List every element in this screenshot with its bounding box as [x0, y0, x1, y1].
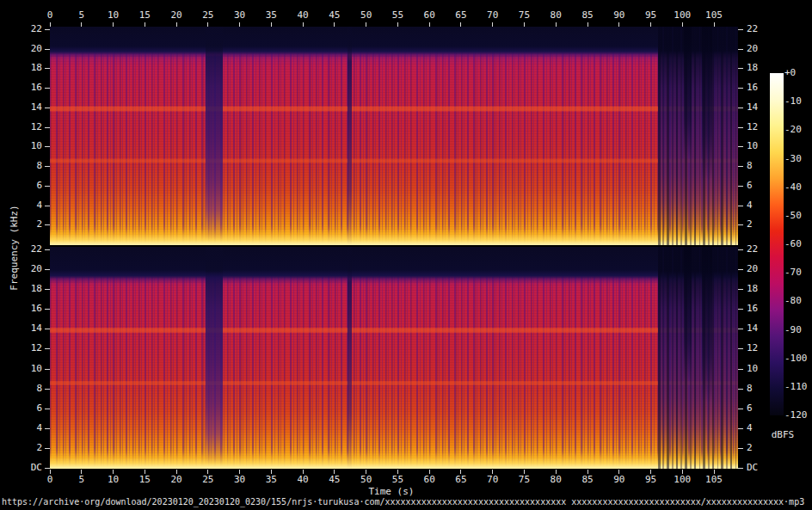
time-tick-label: 55 — [382, 10, 413, 21]
freq-tick — [738, 448, 743, 449]
feature-quiet-line — [348, 27, 352, 245]
freq-tick-label: 14 — [747, 102, 776, 113]
freq-tick — [45, 88, 50, 89]
feature-outro-section — [658, 247, 738, 469]
freq-tick-label: 4 — [747, 200, 776, 211]
freq-tick-label: 10 — [747, 364, 776, 374]
freq-tick-label: 20 — [17, 44, 42, 54]
time-tick-label: 70 — [477, 10, 508, 21]
freq-tick — [45, 428, 50, 429]
time-tick-label: 90 — [604, 10, 635, 21]
freq-tick-label: 10 — [747, 141, 776, 151]
time-tick-label: 40 — [287, 10, 318, 21]
time-tick-label: 15 — [129, 10, 160, 21]
time-tick-label: 5 — [66, 10, 97, 21]
freq-tick — [738, 146, 743, 147]
freq-tick-label: 2 — [747, 219, 776, 230]
freq-tick-label: 10 — [17, 141, 42, 151]
freq-tick-label: DC — [17, 463, 42, 473]
freq-tick — [738, 49, 743, 50]
freq-tick-label: 18 — [17, 284, 42, 294]
freq-tick-label: 16 — [17, 304, 42, 314]
time-tick-label: 105 — [698, 10, 729, 21]
time-tick-label: 50 — [351, 10, 382, 21]
freq-tick-label: 8 — [747, 161, 776, 171]
colorbar-tick-label: +0 — [784, 68, 812, 78]
freq-tick — [738, 409, 743, 409]
freq-tick-label: 18 — [747, 284, 776, 294]
colorbar-tick-label: -50 — [784, 211, 812, 221]
freq-tick-label: 16 — [747, 83, 776, 93]
freq-tick — [45, 329, 50, 329]
time-tick-label: 50 — [351, 475, 382, 485]
freq-tick-label: 4 — [747, 423, 776, 433]
freq-tick — [738, 369, 743, 370]
time-tick-label: 70 — [477, 475, 508, 485]
freq-tick — [45, 224, 50, 225]
freq-tick-label: 10 — [17, 364, 42, 374]
freq-tick — [45, 68, 50, 69]
freq-tick-label: 2 — [17, 219, 42, 230]
freq-tick — [45, 206, 50, 206]
freq-tick-label: 22 — [17, 244, 42, 255]
time-tick-label: 0 — [34, 475, 65, 485]
colorbar-tick-label: -80 — [784, 296, 812, 306]
time-axis-title: Time (s) — [340, 486, 443, 497]
colorbar-tick-label: -100 — [784, 353, 812, 364]
time-tick-label: 95 — [636, 10, 667, 21]
freq-tick-label: 2 — [747, 443, 776, 453]
time-tick-label: 45 — [319, 10, 350, 21]
time-tick-label: 90 — [604, 475, 635, 485]
freq-tick-label: 20 — [747, 264, 776, 274]
freq-tick — [738, 108, 743, 108]
freq-tick-label: 4 — [17, 200, 42, 211]
freq-tick-label: 12 — [17, 122, 42, 132]
spectrogram-figure: Frequency (kHz) dBFS Time (s) https://ar… — [0, 0, 812, 510]
freq-tick-label: 18 — [17, 63, 42, 73]
freq-tick — [738, 389, 743, 390]
time-tick-label: 85 — [572, 475, 603, 485]
time-tick-label: 35 — [255, 475, 286, 485]
spectrogram-channel-2 — [50, 247, 738, 469]
time-tick-label: 75 — [508, 475, 539, 485]
freq-tick — [738, 68, 743, 69]
freq-tick — [738, 428, 743, 429]
freq-tick-label: 12 — [17, 343, 42, 353]
time-tick-label: 20 — [161, 10, 192, 21]
time-tick-label: 10 — [98, 10, 129, 21]
freq-tick — [738, 166, 743, 167]
freq-tick — [738, 224, 743, 225]
feature-outro-section — [658, 27, 738, 245]
freq-tick — [45, 146, 50, 147]
freq-tick — [738, 309, 743, 310]
time-tick-label: 80 — [540, 475, 571, 485]
time-tick-label: 65 — [446, 475, 477, 485]
freq-tick-label: 20 — [747, 44, 776, 54]
freq-tick — [738, 186, 743, 187]
colorbar-tick-label: -90 — [784, 325, 812, 335]
feature-quiet-band — [206, 247, 224, 469]
freq-tick — [45, 127, 50, 128]
freq-tick-label: 14 — [17, 102, 42, 113]
feature-quiet-line — [348, 247, 352, 469]
freq-tick-label: 14 — [17, 323, 42, 334]
freq-tick — [738, 127, 743, 128]
freq-tick — [45, 108, 50, 108]
freq-tick-label: 8 — [17, 161, 42, 171]
freq-tick-label: 2 — [17, 443, 42, 453]
freq-tick — [45, 468, 50, 469]
feature-quiet-band — [206, 27, 224, 245]
time-tick-label: 10 — [98, 475, 129, 485]
freq-tick — [738, 249, 743, 250]
freq-tick — [738, 269, 743, 270]
freq-tick-label: 14 — [747, 323, 776, 334]
freq-tick-label: 4 — [17, 423, 42, 433]
source-url-caption: https://archive·org/download/20230120_20… — [2, 497, 804, 507]
freq-tick — [45, 348, 50, 349]
freq-tick — [738, 348, 743, 349]
time-tick-label: 105 — [698, 475, 729, 485]
freq-tick-label: 8 — [747, 384, 776, 394]
colorbar-tick-label: -60 — [784, 239, 812, 249]
freq-tick — [738, 206, 743, 206]
colorbar-tick-label: -40 — [784, 182, 812, 193]
